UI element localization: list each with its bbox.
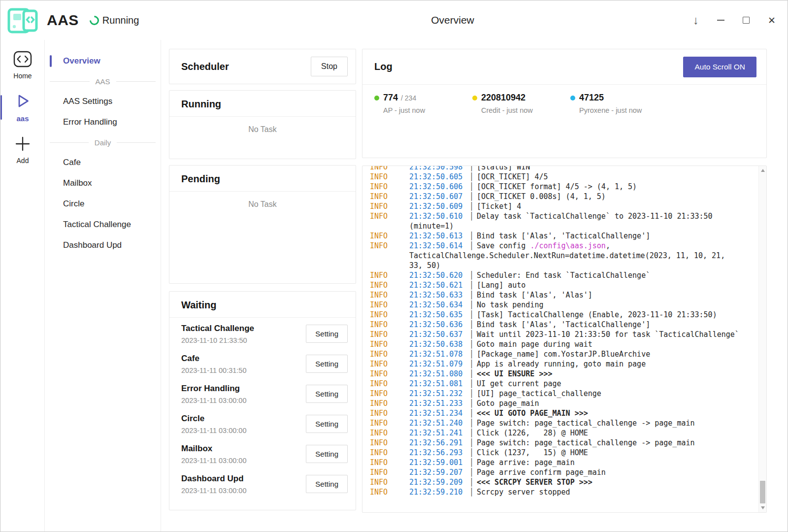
running-empty-text: No Task — [169, 125, 356, 134]
task-name: Tactical Challenge — [181, 324, 254, 333]
stat-credit: 220810942Credit - just now — [472, 93, 570, 114]
waiting-item-error-handling: Error Handling2023-11-11 03:00:00Setting — [169, 379, 356, 409]
window-controls: ↓ ✕ — [693, 0, 776, 40]
update-arrow-icon[interactable]: ↓ — [693, 14, 699, 26]
pending-empty-text: No Task — [169, 200, 356, 209]
play-icon — [14, 92, 32, 112]
task-setting-button[interactable]: Setting — [306, 325, 348, 343]
maximize-button[interactable] — [743, 17, 750, 24]
task-name: Dashboard Upd — [181, 474, 247, 484]
stat-ap: 774/ 234AP - just now — [374, 93, 472, 114]
scheduler-stop-button[interactable]: Stop — [311, 57, 348, 76]
task-name: Error Handling — [181, 384, 247, 394]
task-name: Mailbox — [181, 444, 247, 454]
log-line: INFO21:32:56.293│Click (1237, 15) @ HOME — [370, 448, 754, 458]
stat-extra: / 234 — [401, 94, 416, 102]
stat-pyroxene: 47125Pyroxene - just now — [570, 93, 668, 114]
log-line: INFO21:32:50.598│[Status] WIN — [370, 166, 754, 172]
log-line: INFO21:32:56.291│Page switch: page_tacti… — [370, 438, 754, 448]
rail-item-home[interactable]: Home — [0, 46, 45, 84]
task-next-run: 2023-11-11 03:00:00 — [181, 457, 247, 465]
task-setting-button[interactable]: Setting — [306, 355, 348, 373]
sidebar-item-error-handling[interactable]: Error Handling — [45, 112, 161, 133]
sidebar-item-circle[interactable]: Circle — [45, 194, 161, 214]
scroll-down-icon[interactable] — [759, 504, 766, 512]
sidebar-item-label: Overview — [63, 56, 100, 66]
task-next-run: 2023-11-11 03:00:00 — [181, 487, 247, 495]
app-logo-icon — [5, 6, 40, 34]
scroll-up-icon[interactable] — [759, 166, 766, 174]
waiting-list: Tactical Challenge2023-11-10 21:33:50Set… — [169, 318, 356, 500]
task-setting-button[interactable]: Setting — [306, 445, 348, 463]
log-line: INFO21:32:51.232│[UI] page_tactical_chal… — [370, 389, 754, 399]
task-name: Circle — [181, 414, 247, 424]
log-header: Log Auto Scroll ON — [362, 49, 766, 85]
log-line: INFO21:32:51.078│[Package_name] com.Yost… — [370, 349, 754, 359]
sidebar-section-aas: AAS — [45, 71, 161, 91]
log-scrollbar[interactable] — [758, 166, 766, 512]
rail-item-label: aas — [16, 114, 29, 123]
waiting-card: Waiting Tactical Challenge2023-11-10 21:… — [169, 291, 356, 510]
log-line: INFO21:32:50.614│Save config ./config\aa… — [370, 241, 754, 251]
active-indicator — [0, 95, 2, 120]
log-line: INFO21:32:59.207│Page arrive confirm pag… — [370, 467, 754, 477]
task-setting-button[interactable]: Setting — [306, 475, 348, 493]
log-line: INFO21:32:50.609│[Ticket] 4 — [370, 201, 754, 211]
log-line: INFO21:32:51.081│UI get current page — [370, 379, 754, 389]
rail-item-aas[interactable]: aas — [0, 88, 45, 127]
sidebar-item-label: AAS Settings — [63, 97, 112, 106]
log-line: INFO21:32:50.610│Delay task `TacticalCha… — [370, 211, 754, 221]
auto-scroll-button[interactable]: Auto Scroll ON — [683, 57, 756, 77]
task-next-run: 2023-11-11 00:31:50 — [181, 366, 247, 374]
sidebar-item-label: Error Handling — [63, 117, 117, 127]
log-line: INFO21:32:51.241│Click (1226, 28) @ HOME — [370, 428, 754, 438]
sidebar-item-dashboard-upd[interactable]: Dashboard Upd — [45, 235, 161, 256]
sidebar-item-aas-settings[interactable]: AAS Settings — [45, 91, 161, 112]
sidebar-item-overview[interactable]: Overview — [45, 51, 161, 71]
log-line: INFO21:32:50.635│[Task] TacticalChalleng… — [370, 310, 754, 320]
log-line: INFO21:32:50.620│Scheduler: End task `Ta… — [370, 270, 754, 280]
running-card: Running No Task — [169, 90, 356, 159]
task-setting-button[interactable]: Setting — [306, 415, 348, 433]
sidebar-item-label: Tactical Challenge — [63, 220, 131, 230]
log-line: INFO21:32:50.607│[OCR_TICKET 0.008s] (4,… — [370, 192, 754, 201]
log-lines: INFO21:32:50.598│[Status] WININFO21:32:5… — [362, 166, 766, 497]
scrollbar-thumb[interactable] — [760, 481, 765, 503]
task-next-run: 2023-11-10 21:33:50 — [181, 336, 254, 344]
log-line: INFO21:32:51.234│<<< UI GOTO PAGE_MAIN >… — [370, 408, 754, 418]
sidebar-item-mailbox[interactable]: Mailbox — [45, 173, 161, 194]
task-setting-button[interactable]: Setting — [306, 385, 348, 403]
log-line: INFO21:32:51.079│App is already running,… — [370, 359, 754, 369]
running-spinner-icon — [88, 14, 101, 27]
log-line: INFO21:32:51.233│Goto page_main — [370, 399, 754, 408]
scheduler-status: Running — [90, 15, 139, 26]
app-window: AAS Running Overview ↓ ✕ Home — [0, 0, 788, 532]
log-line: INFO21:32:50.613│Bind task ['Alas', 'Tac… — [370, 231, 754, 241]
minimize-button[interactable] — [717, 20, 724, 21]
rail-item-add[interactable]: Add — [0, 131, 45, 169]
log-line: INFO21:32:51.080│<<< UI ENSURE >>> — [370, 369, 754, 379]
sidebar-item-tactical-challenge[interactable]: Tactical Challenge — [45, 214, 161, 235]
log-output[interactable]: INFO21:32:50.598│[Status] WININFO21:32:5… — [362, 166, 767, 513]
scheduler-card: Scheduler Stop — [169, 49, 356, 84]
stat-value: 220810942 — [481, 93, 525, 103]
waiting-title: Waiting — [181, 299, 344, 311]
sidebar-item-cafe[interactable]: Cafe — [45, 152, 161, 173]
code-window-icon — [13, 51, 32, 69]
log-line: INFO21:32:50.606│[OCR_TICKET format] 4/5… — [370, 182, 754, 192]
sidebar-item-label: Cafe — [63, 158, 81, 167]
nav-rail: Home aas Add — [0, 40, 45, 532]
app-name: AAS — [47, 12, 79, 29]
close-button[interactable]: ✕ — [768, 16, 776, 25]
rail-item-label: Home — [13, 72, 32, 80]
log-line: INFO21:32:59.209│<<< SCRCPY SERVER STOP … — [370, 477, 754, 487]
log-line: INFO21:32:50.621│[Lang] auto — [370, 280, 754, 290]
log-line: INFO21:32:51.240│Page switch: page_tacti… — [370, 418, 754, 428]
sidebar-item-label: Dashboard Upd — [63, 240, 122, 250]
main-content: Scheduler Stop Running No Task Pending N… — [161, 40, 788, 532]
rail-item-label: Add — [17, 157, 29, 165]
scheduler-title: Scheduler — [181, 61, 229, 72]
log-title: Log — [374, 61, 393, 72]
sidebar: OverviewAASAAS SettingsError HandlingDai… — [45, 40, 161, 532]
stat-dot-icon — [472, 96, 477, 100]
